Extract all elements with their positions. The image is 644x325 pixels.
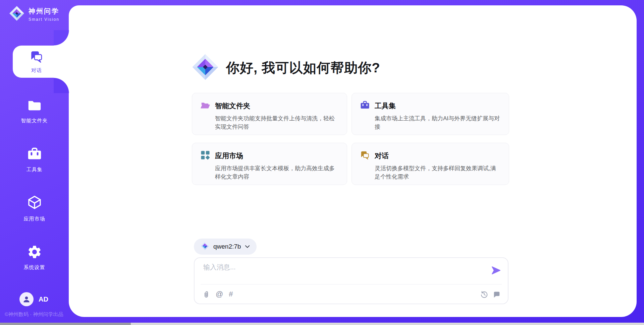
- chevron-down-icon: [245, 245, 250, 249]
- chat-icon: [360, 150, 370, 161]
- folder-icon: [27, 97, 42, 114]
- horizontal-scrollbar[interactable]: [0, 323, 644, 325]
- message-composer: @ #: [194, 257, 508, 304]
- sidebar-item-settings[interactable]: 系统设置: [0, 241, 69, 273]
- brand-diamond-icon: [9, 5, 25, 23]
- greeting-text: 你好, 我可以如何帮助你?: [226, 59, 380, 77]
- sidebar-item-label: 对话: [31, 67, 42, 74]
- user-account[interactable]: AD: [19, 292, 48, 306]
- composer-divider: [201, 284, 502, 284]
- gear-icon: [27, 244, 42, 261]
- app-title: 神州问学: [29, 7, 59, 16]
- model-diamond-icon: [201, 242, 209, 252]
- card-chat[interactable]: 对话 灵活切换多模型文件，支持多样回复效果调试,满足个性化需求: [352, 143, 509, 185]
- chat-bubble-icon[interactable]: [493, 291, 500, 298]
- card-description: 应用市场提供丰富长文本模板，助力高效生成多样化文章内容: [215, 164, 339, 181]
- feature-cards: 智能文件夹 智能文件夹功能支持批量文件上传与清洗，轻松实现文件问答 工具集 集成…: [192, 93, 509, 185]
- send-icon[interactable]: [491, 265, 501, 275]
- message-input[interactable]: [203, 263, 485, 282]
- history-icon[interactable]: [480, 290, 488, 298]
- card-toolset[interactable]: 工具集 集成市场上主流工具，助力AI与外界无缝扩展与对接: [352, 93, 509, 135]
- attachment-icon[interactable]: [203, 290, 210, 298]
- briefcase-icon: [27, 146, 42, 163]
- mention-icon[interactable]: @: [216, 290, 223, 298]
- assistant-diamond-icon: [191, 53, 219, 82]
- tab-connector-bottom: [54, 78, 69, 93]
- app-logo: 神州问学 Smart Vision: [9, 5, 59, 23]
- copyright-footer: ©神州数码 · 神州问学出品: [5, 311, 63, 318]
- card-title: 工具集: [375, 101, 396, 111]
- sidebar-item-smart-folder[interactable]: 智能文件夹: [0, 94, 69, 127]
- app-subtitle: Smart Vision: [29, 17, 59, 22]
- sidebar-item-toolset[interactable]: 工具集: [0, 143, 69, 176]
- folder-open-icon: [200, 100, 210, 112]
- card-description: 集成市场上主流工具，助力AI与外界无缝扩展与对接: [375, 114, 501, 131]
- briefcase-icon: [360, 100, 370, 112]
- model-name: qwen2:7b: [213, 243, 241, 250]
- scrollbar-thumb[interactable]: [0, 323, 131, 325]
- card-description: 灵活切换多模型文件，支持多样回复效果调试,满足个性化需求: [375, 164, 501, 181]
- tab-connector-top: [54, 30, 69, 46]
- topic-hash-icon[interactable]: #: [229, 290, 233, 298]
- app-window: 神州问学 Smart Vision 对话 智能文件夹: [0, 0, 644, 325]
- sidebar-item-app-market[interactable]: 应用市场: [0, 192, 69, 224]
- sidebar-item-label: 应用市场: [24, 216, 45, 222]
- card-title: 应用市场: [215, 151, 243, 160]
- chat-icon: [30, 50, 44, 65]
- greeting-block: 你好, 我可以如何帮助你?: [191, 53, 380, 82]
- sidebar-item-chat[interactable]: 对话: [13, 46, 70, 78]
- card-app-market[interactable]: 应用市场 应用市场提供丰富长文本模板，助力高效生成多样化文章内容: [192, 143, 347, 185]
- cube-icon: [26, 195, 43, 212]
- card-smart-folder[interactable]: 智能文件夹 智能文件夹功能支持批量文件上传与清洗，轻松实现文件问答: [192, 93, 347, 135]
- sidebar-item-label: 工具集: [26, 167, 43, 173]
- user-initials: AD: [39, 296, 48, 303]
- model-selector[interactable]: qwen2:7b: [194, 239, 257, 255]
- card-title: 对话: [375, 151, 389, 160]
- appgrid-icon: [200, 150, 210, 161]
- card-description: 智能文件夹功能支持批量文件上传与清洗，轻松实现文件问答: [215, 114, 339, 131]
- card-title: 智能文件夹: [215, 101, 250, 111]
- sidebar-item-label: 智能文件夹: [21, 118, 48, 124]
- sidebar-item-label: 系统设置: [24, 264, 45, 271]
- avatar[interactable]: [19, 292, 34, 306]
